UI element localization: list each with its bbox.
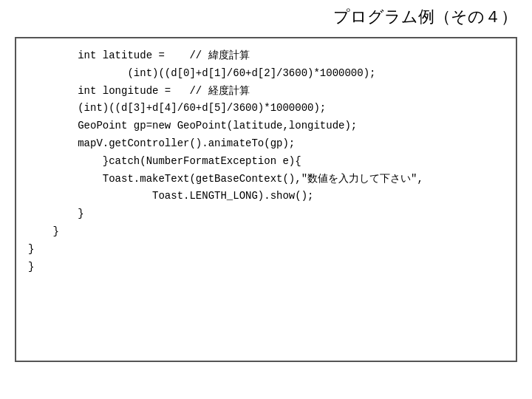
code-content: int latitude = // 緯度計算 (int)((d[0]+d[1]/… — [28, 47, 504, 276]
page-container: プログラム例（その４） int latitude = // 緯度計算 (int)… — [0, 0, 532, 399]
code-box: int latitude = // 緯度計算 (int)((d[0]+d[1]/… — [15, 37, 517, 362]
page-title: プログラム例（その４） — [0, 0, 532, 34]
